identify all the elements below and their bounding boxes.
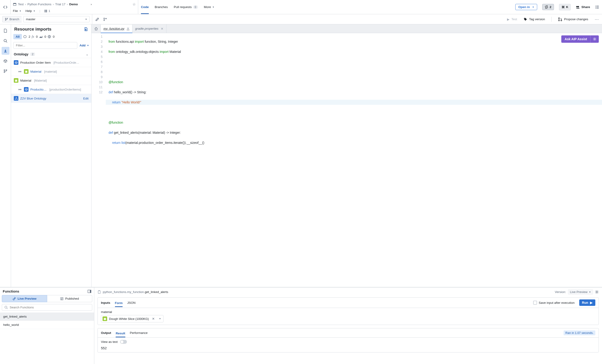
clear-icon[interactable]: ✕ bbox=[151, 317, 156, 321]
file-menu[interactable]: File▼ bbox=[13, 9, 22, 13]
close-icon[interactable]: ✕ bbox=[161, 27, 163, 31]
edit-icon[interactable] bbox=[96, 18, 99, 21]
ontology-link-item[interactable]: Productio… [productionOrderItems] bbox=[11, 85, 91, 94]
inputs-title: Inputs bbox=[101, 301, 110, 304]
rail-branch-icon[interactable] bbox=[2, 67, 10, 75]
branch-select[interactable]: master ▼ bbox=[23, 16, 90, 22]
rail-files-icon[interactable] bbox=[2, 27, 10, 34]
run-status: Ran in 1.07 seconds. bbox=[564, 331, 595, 335]
gear-icon[interactable] bbox=[595, 290, 599, 294]
help-menu[interactable]: Help▼ bbox=[25, 9, 35, 13]
svg-point-25 bbox=[4, 72, 5, 73]
play-icon: ▶ bbox=[507, 18, 510, 21]
svg-point-18 bbox=[104, 20, 105, 21]
repo-count[interactable]: 1 bbox=[44, 9, 50, 13]
tab-branches[interactable]: Branches bbox=[155, 0, 168, 14]
add-branch-icon[interactable] bbox=[103, 17, 108, 21]
run-panel: python_functions.my_function.get_linked_… bbox=[94, 288, 602, 364]
ontology-item[interactable]: ▦ Material [Material] bbox=[11, 76, 91, 85]
edit-link[interactable]: Edit bbox=[83, 97, 88, 100]
ontology-item[interactable]: Production Order Item [ProductionOrde… bbox=[11, 58, 91, 67]
tab-pull-requests[interactable]: Pull requests0 bbox=[174, 0, 198, 14]
add-button[interactable]: Add▼ bbox=[80, 44, 89, 47]
link-icon bbox=[18, 87, 22, 92]
performance-tab[interactable]: Performance bbox=[130, 330, 148, 335]
breadcrumb-seg[interactable]: Python Functions bbox=[27, 2, 51, 6]
save-input-checkbox[interactable]: Save input after execution bbox=[533, 301, 575, 304]
sync-button[interactable]: 2 bbox=[542, 4, 554, 10]
view-as-text-toggle[interactable] bbox=[120, 340, 127, 344]
ontology-footer[interactable]: Z2V Blue Ontology Edit bbox=[11, 94, 91, 103]
svg-point-31 bbox=[20, 89, 21, 90]
version-select[interactable]: Live Preview▼ bbox=[568, 289, 593, 295]
breadcrumb-more[interactable]: › bbox=[91, 2, 92, 6]
search-functions[interactable] bbox=[2, 304, 92, 311]
open-in-button[interactable]: Open in▼ bbox=[515, 4, 537, 10]
test-button[interactable]: ▶ Test bbox=[507, 18, 517, 21]
repo-icon bbox=[13, 2, 17, 6]
rail-imports-icon[interactable] bbox=[2, 47, 10, 55]
close-icon[interactable]: ✕ bbox=[127, 27, 129, 30]
svg-point-22 bbox=[561, 20, 562, 21]
svg-point-10 bbox=[596, 7, 596, 7]
filter-functions[interactable]: fx 0 bbox=[32, 35, 38, 39]
star-icon[interactable]: ☆ bbox=[132, 2, 136, 6]
propose-changes-button[interactable]: Propose changes bbox=[558, 17, 588, 21]
filter-objects[interactable]: 2 bbox=[23, 35, 30, 38]
material-input[interactable]: ▦ Dough White Slice (1000KG) ✕ ▼ bbox=[101, 315, 163, 322]
ontology-link-item[interactable]: ▦ Material [material] bbox=[11, 67, 91, 76]
list-icon[interactable] bbox=[595, 5, 599, 9]
app-logo[interactable] bbox=[0, 0, 11, 14]
code-icon bbox=[3, 5, 8, 10]
result-tab[interactable]: Result bbox=[116, 331, 125, 337]
breadcrumb-seg[interactable]: Test bbox=[18, 2, 24, 6]
material-icon: ▦ bbox=[103, 316, 107, 321]
json-tab[interactable]: JSON bbox=[127, 300, 135, 305]
svg-point-20 bbox=[559, 18, 559, 18]
run-button[interactable]: Run ▶ bbox=[579, 299, 595, 306]
form-tab[interactable]: Form bbox=[115, 300, 123, 307]
share-button[interactable]: Share bbox=[576, 5, 590, 9]
svg-point-38 bbox=[14, 298, 15, 299]
code-editor[interactable]: 123 456 789 101112 from functions.api im… bbox=[92, 33, 602, 287]
filter-input[interactable] bbox=[13, 42, 77, 49]
more-icon[interactable]: ⋯ bbox=[595, 17, 599, 22]
tab-more[interactable]: More▼ bbox=[204, 0, 215, 14]
search-functions-input[interactable] bbox=[10, 306, 90, 309]
ontology-section-header[interactable]: Ontology 2 ⌄ bbox=[11, 51, 91, 58]
chevron-down-icon[interactable]: ▼ bbox=[158, 318, 162, 320]
tag-version-button[interactable]: Tag version bbox=[524, 18, 545, 21]
file-tab[interactable]: gradle.properties ✕ bbox=[132, 24, 166, 33]
svg-rect-5 bbox=[46, 11, 47, 12]
rail-package-icon[interactable] bbox=[2, 57, 10, 65]
functions-title: Functions bbox=[3, 289, 19, 293]
svg-point-21 bbox=[559, 20, 559, 21]
rail-search-icon[interactable] bbox=[2, 37, 10, 45]
svg-rect-1 bbox=[13, 3, 16, 4]
svg-rect-9 bbox=[596, 6, 599, 6]
clipboard-icon[interactable] bbox=[97, 290, 101, 294]
play-icon: ▶ bbox=[590, 301, 592, 304]
home-tab[interactable] bbox=[92, 24, 101, 33]
filter-dashboards[interactable]: 0 bbox=[39, 35, 46, 38]
svg-point-12 bbox=[596, 8, 596, 9]
published-tab[interactable]: Published bbox=[47, 295, 92, 302]
filter-all[interactable]: All bbox=[13, 34, 22, 39]
code-content[interactable]: from functions.api import function, Stri… bbox=[106, 33, 602, 287]
panel-toggle-icon[interactable] bbox=[88, 290, 91, 293]
import-icon[interactable] bbox=[84, 27, 88, 31]
file-tab-active[interactable]: my_function.py ✕ bbox=[101, 25, 132, 33]
svg-point-15 bbox=[5, 20, 6, 21]
function-item[interactable]: get_linked_alerts bbox=[0, 312, 94, 321]
tab-code[interactable]: Code bbox=[141, 0, 149, 14]
gear-icon[interactable] bbox=[591, 35, 599, 43]
svg-point-6 bbox=[576, 6, 578, 7]
cmd-k-button[interactable]: ⌘ K bbox=[559, 4, 571, 10]
svg-point-19 bbox=[525, 18, 525, 19]
ai-assist-button[interactable]: Ask AIP Assist bbox=[561, 35, 599, 43]
filter-web[interactable]: 0 bbox=[48, 35, 55, 38]
breadcrumb-seg[interactable]: Trial 17 bbox=[55, 2, 65, 6]
svg-point-23 bbox=[4, 39, 6, 42]
function-item[interactable]: hello_world bbox=[0, 321, 94, 329]
live-preview-tab[interactable]: Live Preview bbox=[2, 295, 47, 302]
